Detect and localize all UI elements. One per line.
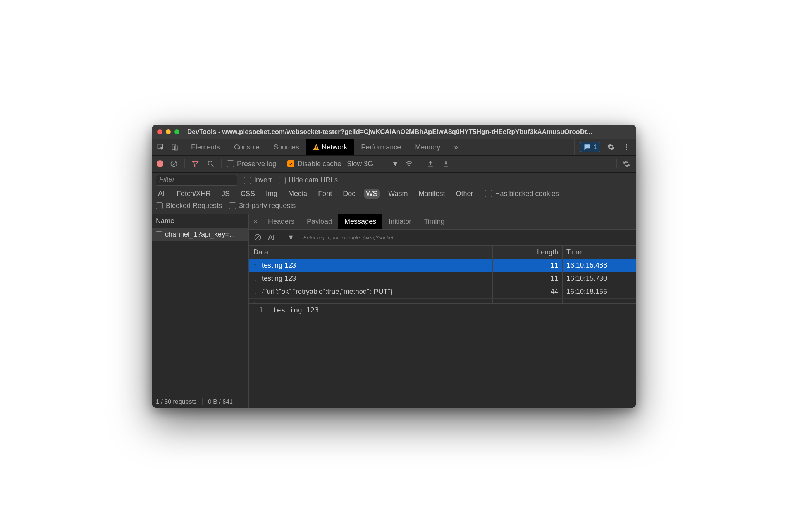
message-row[interactable]: ↓testing 123 11 16:10:15.730 xyxy=(249,272,636,285)
filter-type-fetch[interactable]: Fetch/XHR xyxy=(174,189,213,199)
svg-point-10 xyxy=(409,165,410,166)
preserve-log-checkbox[interactable]: Preserve log xyxy=(227,160,276,168)
svg-line-7 xyxy=(172,162,176,166)
svg-point-4 xyxy=(626,146,627,148)
status-requests: 1 / 30 requests xyxy=(156,398,197,405)
filter-icon[interactable] xyxy=(190,159,200,169)
messages-table: Data Length Time ↑testing 123 11 16:10:1… xyxy=(249,246,636,304)
request-name: channel_1?api_key=... xyxy=(165,230,235,239)
regex-filter-input[interactable] xyxy=(300,232,451,243)
filter-type-js[interactable]: JS xyxy=(219,189,232,199)
filter-type-wasm[interactable]: Wasm xyxy=(386,189,410,199)
clear-icon[interactable] xyxy=(169,159,179,169)
request-list-panel: Name channel_1?api_key=... 1 / 30 reques… xyxy=(152,214,249,408)
upload-icon[interactable] xyxy=(425,159,435,169)
traffic-lights xyxy=(157,129,179,134)
minimize-window-button[interactable] xyxy=(166,129,171,134)
filter-type-img[interactable]: Img xyxy=(263,189,280,199)
status-bytes: 0 B / 841 xyxy=(202,398,233,405)
issues-badge[interactable]: 1 xyxy=(580,142,600,152)
more-menu-icon[interactable] xyxy=(621,142,631,152)
settings-icon[interactable] xyxy=(606,142,616,152)
tab-network[interactable]: Network xyxy=(306,139,354,155)
filter-input[interactable]: Filter xyxy=(156,175,237,186)
disable-cache-checkbox[interactable]: ✓Disable cache xyxy=(287,160,341,168)
tab-performance[interactable]: Performance xyxy=(354,139,408,155)
tab-memory[interactable]: Memory xyxy=(408,139,447,155)
download-icon[interactable] xyxy=(441,159,451,169)
tab-elements[interactable]: Elements xyxy=(184,139,227,155)
hide-data-urls-checkbox[interactable]: Hide data URLs xyxy=(279,176,338,184)
third-party-checkbox[interactable]: 3rd-party requests xyxy=(229,202,296,210)
filter-type-font[interactable]: Font xyxy=(316,189,334,199)
filter-type-css[interactable]: CSS xyxy=(238,189,257,199)
arrow-down-icon: ↓ xyxy=(253,299,259,303)
throttling-select[interactable]: Slow 3G ▼ xyxy=(347,160,399,168)
messages-table-header: Data Length Time xyxy=(249,246,636,259)
filter-type-other[interactable]: Other xyxy=(454,189,476,199)
detail-tabs: ✕ Headers Payload Messages Initiator Tim… xyxy=(249,214,636,230)
message-row[interactable]: ↑testing 123 11 16:10:15.488 xyxy=(249,259,636,272)
arrow-down-icon: ↓ xyxy=(253,275,259,283)
detail-panel: ✕ Headers Payload Messages Initiator Tim… xyxy=(249,214,636,408)
network-toolbar: Preserve log ✓Disable cache Slow 3G ▼ xyxy=(152,156,636,173)
inspect-element-icon[interactable] xyxy=(156,142,166,152)
tab-sources[interactable]: Sources xyxy=(267,139,306,155)
device-toolbar-icon[interactable] xyxy=(170,142,180,152)
svg-point-3 xyxy=(626,144,627,146)
filter-type-doc[interactable]: Doc xyxy=(341,189,358,199)
clear-messages-icon[interactable] xyxy=(253,232,263,242)
col-data[interactable]: Data xyxy=(249,246,493,259)
close-window-button[interactable] xyxy=(157,129,162,134)
tab-console[interactable]: Console xyxy=(227,139,267,155)
filter-type-manifest[interactable]: Manifest xyxy=(416,189,447,199)
tab-headers[interactable]: Headers xyxy=(262,214,301,229)
invert-checkbox[interactable]: Invert xyxy=(244,176,272,184)
message-type-dropdown[interactable]: All▼ xyxy=(268,233,294,242)
request-icon xyxy=(156,231,162,237)
message-row-partial[interactable]: ↓ xyxy=(249,299,636,303)
filter-bar: Filter Invert Hide data URLs All Fetch/X… xyxy=(152,173,636,214)
tab-timing[interactable]: Timing xyxy=(418,214,451,229)
warning-icon xyxy=(313,144,319,150)
has-blocked-cookies-checkbox[interactable]: Has blocked cookies xyxy=(485,190,559,198)
col-time[interactable]: Time xyxy=(563,246,636,259)
network-conditions-icon[interactable] xyxy=(404,159,414,169)
svg-point-8 xyxy=(208,161,212,165)
tab-payload[interactable]: Payload xyxy=(301,214,338,229)
svg-line-12 xyxy=(256,235,260,239)
resource-type-filters: All Fetch/XHR JS CSS Img Media Font Doc … xyxy=(156,189,632,199)
line-number: 1 xyxy=(253,306,268,405)
titlebar: DevTools - www.piesocket.com/websocket-t… xyxy=(152,125,636,139)
content-area: Name channel_1?api_key=... 1 / 30 reques… xyxy=(152,214,636,408)
arrow-down-icon: ↓ xyxy=(253,288,259,296)
messages-toolbar: All▼ xyxy=(249,230,636,246)
tab-messages[interactable]: Messages xyxy=(338,214,382,229)
close-icon[interactable]: ✕ xyxy=(249,214,262,229)
chat-icon xyxy=(583,143,591,151)
svg-point-5 xyxy=(626,149,627,150)
message-row[interactable]: ↓{"url":"ok","retryable":true,"method":"… xyxy=(249,285,636,299)
arrow-up-icon: ↑ xyxy=(253,261,259,269)
settings-gear-icon[interactable] xyxy=(621,159,631,169)
filter-type-all[interactable]: All xyxy=(156,189,168,199)
preview-text[interactable]: testing 123 xyxy=(273,306,319,405)
search-icon[interactable] xyxy=(206,159,216,169)
record-button[interactable] xyxy=(157,160,163,167)
name-column-header[interactable]: Name xyxy=(152,214,248,228)
message-preview: 1 testing 123 xyxy=(249,304,636,408)
main-tabrow: Elements Console Sources Network Perform… xyxy=(152,139,636,156)
request-row[interactable]: channel_1?api_key=... xyxy=(152,228,248,241)
col-length[interactable]: Length xyxy=(493,246,563,259)
devtools-window: DevTools - www.piesocket.com/websocket-t… xyxy=(152,125,636,408)
window-title: DevTools - www.piesocket.com/websocket-t… xyxy=(187,128,631,136)
filter-type-ws[interactable]: WS xyxy=(364,189,380,199)
filter-type-media[interactable]: Media xyxy=(286,189,310,199)
status-bar: 1 / 30 requests 0 B / 841 xyxy=(152,396,248,408)
tab-initiator[interactable]: Initiator xyxy=(382,214,418,229)
svg-line-9 xyxy=(212,165,214,167)
tab-overflow[interactable]: » xyxy=(447,139,465,155)
maximize-window-button[interactable] xyxy=(174,129,179,134)
blocked-requests-checkbox[interactable]: Blocked Requests xyxy=(156,202,222,210)
